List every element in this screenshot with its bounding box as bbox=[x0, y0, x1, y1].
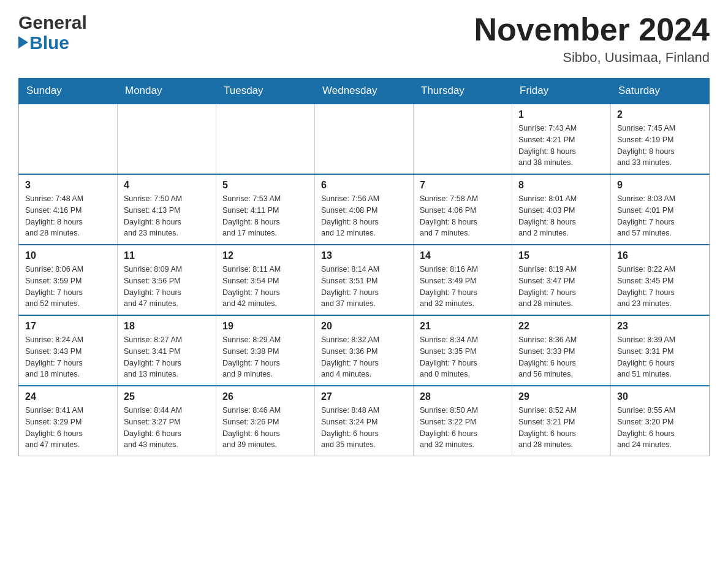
calendar-cell: 6Sunrise: 7:56 AM Sunset: 4:08 PM Daylig… bbox=[315, 174, 414, 245]
calendar-cell bbox=[19, 104, 118, 174]
calendar-week-row: 17Sunrise: 8:24 AM Sunset: 3:43 PM Dayli… bbox=[19, 315, 710, 386]
calendar-cell bbox=[216, 104, 315, 174]
day-info: Sunrise: 8:44 AM Sunset: 3:27 PM Dayligh… bbox=[124, 405, 210, 451]
day-info: Sunrise: 8:46 AM Sunset: 3:26 PM Dayligh… bbox=[222, 405, 308, 451]
calendar-cell: 26Sunrise: 8:46 AM Sunset: 3:26 PM Dayli… bbox=[216, 386, 315, 456]
day-info: Sunrise: 8:36 AM Sunset: 3:33 PM Dayligh… bbox=[518, 334, 604, 380]
calendar-cell: 24Sunrise: 8:41 AM Sunset: 3:29 PM Dayli… bbox=[19, 386, 118, 456]
calendar-cell: 22Sunrise: 8:36 AM Sunset: 3:33 PM Dayli… bbox=[512, 315, 611, 386]
day-info: Sunrise: 8:34 AM Sunset: 3:35 PM Dayligh… bbox=[420, 334, 506, 380]
day-number: 11 bbox=[124, 250, 210, 261]
calendar-cell: 4Sunrise: 7:50 AM Sunset: 4:13 PM Daylig… bbox=[118, 174, 216, 245]
calendar-cell: 23Sunrise: 8:39 AM Sunset: 3:31 PM Dayli… bbox=[611, 315, 710, 386]
day-number: 8 bbox=[518, 180, 604, 191]
calendar-cell: 11Sunrise: 8:09 AM Sunset: 3:56 PM Dayli… bbox=[118, 245, 216, 315]
day-number: 29 bbox=[518, 391, 604, 402]
day-number: 10 bbox=[25, 250, 111, 261]
day-info: Sunrise: 8:06 AM Sunset: 3:59 PM Dayligh… bbox=[25, 264, 111, 310]
weekday-header-tuesday: Tuesday bbox=[216, 79, 315, 104]
month-title: November 2024 bbox=[474, 12, 710, 47]
day-info: Sunrise: 8:11 AM Sunset: 3:54 PM Dayligh… bbox=[222, 264, 308, 310]
day-number: 26 bbox=[222, 391, 308, 402]
weekday-header-sunday: Sunday bbox=[19, 79, 118, 104]
day-number: 24 bbox=[25, 391, 111, 402]
day-number: 3 bbox=[25, 180, 111, 191]
day-info: Sunrise: 8:16 AM Sunset: 3:49 PM Dayligh… bbox=[420, 264, 506, 310]
logo-blue: Blue bbox=[18, 33, 87, 53]
day-info: Sunrise: 7:50 AM Sunset: 4:13 PM Dayligh… bbox=[124, 193, 210, 239]
day-info: Sunrise: 8:39 AM Sunset: 3:31 PM Dayligh… bbox=[617, 334, 703, 380]
day-info: Sunrise: 8:41 AM Sunset: 3:29 PM Dayligh… bbox=[25, 405, 111, 451]
day-info: Sunrise: 8:50 AM Sunset: 3:22 PM Dayligh… bbox=[420, 405, 506, 451]
calendar-cell: 12Sunrise: 8:11 AM Sunset: 3:54 PM Dayli… bbox=[216, 245, 315, 315]
day-number: 16 bbox=[617, 250, 703, 261]
calendar-cell: 29Sunrise: 8:52 AM Sunset: 3:21 PM Dayli… bbox=[512, 386, 611, 456]
day-number: 23 bbox=[617, 321, 703, 332]
weekday-header-friday: Friday bbox=[512, 79, 611, 104]
day-number: 13 bbox=[321, 250, 407, 261]
day-info: Sunrise: 8:03 AM Sunset: 4:01 PM Dayligh… bbox=[617, 193, 703, 239]
calendar-cell: 14Sunrise: 8:16 AM Sunset: 3:49 PM Dayli… bbox=[414, 245, 512, 315]
calendar-table: SundayMondayTuesdayWednesdayThursdayFrid… bbox=[18, 78, 710, 456]
day-number: 5 bbox=[222, 180, 308, 191]
calendar-week-row: 1Sunrise: 7:43 AM Sunset: 4:21 PM Daylig… bbox=[19, 104, 710, 174]
day-number: 20 bbox=[321, 321, 407, 332]
day-info: Sunrise: 8:29 AM Sunset: 3:38 PM Dayligh… bbox=[222, 334, 308, 380]
calendar-week-row: 24Sunrise: 8:41 AM Sunset: 3:29 PM Dayli… bbox=[19, 386, 710, 456]
calendar-cell: 9Sunrise: 8:03 AM Sunset: 4:01 PM Daylig… bbox=[611, 174, 710, 245]
day-info: Sunrise: 7:43 AM Sunset: 4:21 PM Dayligh… bbox=[518, 123, 604, 169]
day-info: Sunrise: 8:48 AM Sunset: 3:24 PM Dayligh… bbox=[321, 405, 407, 451]
day-number: 12 bbox=[222, 250, 308, 261]
weekday-header-thursday: Thursday bbox=[414, 79, 512, 104]
calendar-cell: 3Sunrise: 7:48 AM Sunset: 4:16 PM Daylig… bbox=[19, 174, 118, 245]
calendar-cell: 20Sunrise: 8:32 AM Sunset: 3:36 PM Dayli… bbox=[315, 315, 414, 386]
day-info: Sunrise: 8:22 AM Sunset: 3:45 PM Dayligh… bbox=[617, 264, 703, 310]
location-title: Sibbo, Uusimaa, Finland bbox=[474, 50, 710, 66]
day-number: 7 bbox=[420, 180, 506, 191]
calendar-body: 1Sunrise: 7:43 AM Sunset: 4:21 PM Daylig… bbox=[19, 104, 710, 456]
calendar-cell bbox=[118, 104, 216, 174]
day-number: 17 bbox=[25, 321, 111, 332]
calendar-cell: 8Sunrise: 8:01 AM Sunset: 4:03 PM Daylig… bbox=[512, 174, 611, 245]
day-info: Sunrise: 8:19 AM Sunset: 3:47 PM Dayligh… bbox=[518, 264, 604, 310]
weekday-header-saturday: Saturday bbox=[611, 79, 710, 104]
day-number: 19 bbox=[222, 321, 308, 332]
weekday-header-monday: Monday bbox=[118, 79, 216, 104]
calendar-cell: 27Sunrise: 8:48 AM Sunset: 3:24 PM Dayli… bbox=[315, 386, 414, 456]
calendar-cell: 25Sunrise: 8:44 AM Sunset: 3:27 PM Dayli… bbox=[118, 386, 216, 456]
calendar-week-row: 3Sunrise: 7:48 AM Sunset: 4:16 PM Daylig… bbox=[19, 174, 710, 245]
day-info: Sunrise: 7:53 AM Sunset: 4:11 PM Dayligh… bbox=[222, 193, 308, 239]
day-number: 25 bbox=[124, 391, 210, 402]
day-number: 30 bbox=[617, 391, 703, 402]
calendar-header: SundayMondayTuesdayWednesdayThursdayFrid… bbox=[19, 79, 710, 104]
day-number: 27 bbox=[321, 391, 407, 402]
calendar-cell: 7Sunrise: 7:58 AM Sunset: 4:06 PM Daylig… bbox=[414, 174, 512, 245]
calendar-cell: 16Sunrise: 8:22 AM Sunset: 3:45 PM Dayli… bbox=[611, 245, 710, 315]
day-number: 15 bbox=[518, 250, 604, 261]
day-info: Sunrise: 8:52 AM Sunset: 3:21 PM Dayligh… bbox=[518, 405, 604, 451]
calendar-cell: 17Sunrise: 8:24 AM Sunset: 3:43 PM Dayli… bbox=[19, 315, 118, 386]
day-info: Sunrise: 8:09 AM Sunset: 3:56 PM Dayligh… bbox=[124, 264, 210, 310]
calendar-cell: 30Sunrise: 8:55 AM Sunset: 3:20 PM Dayli… bbox=[611, 386, 710, 456]
calendar-cell: 15Sunrise: 8:19 AM Sunset: 3:47 PM Dayli… bbox=[512, 245, 611, 315]
day-info: Sunrise: 8:55 AM Sunset: 3:20 PM Dayligh… bbox=[617, 405, 703, 451]
weekday-header-wednesday: Wednesday bbox=[315, 79, 414, 104]
title-area: November 2024 Sibbo, Uusimaa, Finland bbox=[474, 12, 710, 66]
page-header: General Blue November 2024 Sibbo, Uusima… bbox=[18, 12, 710, 66]
day-number: 6 bbox=[321, 180, 407, 191]
logo-general: General bbox=[18, 12, 87, 33]
day-info: Sunrise: 8:32 AM Sunset: 3:36 PM Dayligh… bbox=[321, 334, 407, 380]
calendar-cell: 5Sunrise: 7:53 AM Sunset: 4:11 PM Daylig… bbox=[216, 174, 315, 245]
calendar-cell: 10Sunrise: 8:06 AM Sunset: 3:59 PM Dayli… bbox=[19, 245, 118, 315]
day-number: 22 bbox=[518, 321, 604, 332]
day-number: 21 bbox=[420, 321, 506, 332]
day-number: 4 bbox=[124, 180, 210, 191]
calendar-cell: 19Sunrise: 8:29 AM Sunset: 3:38 PM Dayli… bbox=[216, 315, 315, 386]
day-number: 9 bbox=[617, 180, 703, 191]
day-info: Sunrise: 7:45 AM Sunset: 4:19 PM Dayligh… bbox=[617, 123, 703, 169]
calendar-cell: 28Sunrise: 8:50 AM Sunset: 3:22 PM Dayli… bbox=[414, 386, 512, 456]
day-number: 1 bbox=[518, 109, 604, 120]
day-info: Sunrise: 7:56 AM Sunset: 4:08 PM Dayligh… bbox=[321, 193, 407, 239]
calendar-week-row: 10Sunrise: 8:06 AM Sunset: 3:59 PM Dayli… bbox=[19, 245, 710, 315]
day-number: 14 bbox=[420, 250, 506, 261]
